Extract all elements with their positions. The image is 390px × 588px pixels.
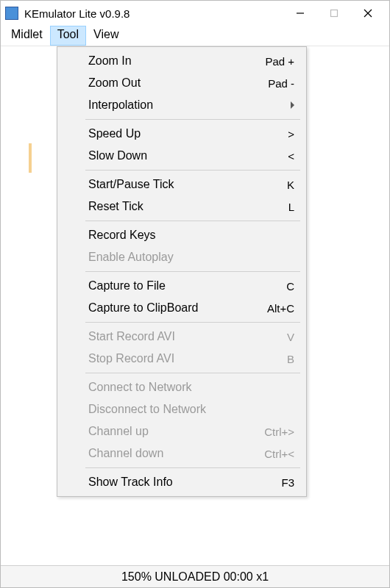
tool-dropdown: Zoom InPad +Zoom OutPad -InterpolationSp… bbox=[57, 46, 307, 497]
menu-separator bbox=[85, 170, 300, 171]
menu-item-shortcut: F3 bbox=[281, 476, 294, 489]
menu-item-label: Start Record AVI bbox=[88, 330, 287, 343]
menu-tool[interactable]: Tool bbox=[50, 26, 86, 46]
maximize-button bbox=[317, 2, 351, 24]
menu-item-capture-to-file[interactable]: Capture to FileC bbox=[59, 275, 305, 297]
menu-item-enable-autoplay: Enable Autoplay bbox=[59, 246, 305, 268]
menu-item-label: Show Track Info bbox=[88, 476, 281, 489]
menu-item-disconnect-to-network: Disconnect to Network bbox=[59, 398, 305, 420]
menu-item-interpolation[interactable]: Interpolation bbox=[59, 94, 305, 116]
menu-view[interactable]: View bbox=[86, 26, 126, 46]
menu-item-start-pause-tick[interactable]: Start/Pause TickK bbox=[59, 173, 305, 196]
menu-separator bbox=[85, 119, 300, 120]
menu-item-slow-down[interactable]: Slow Down< bbox=[59, 145, 305, 167]
maximize-icon bbox=[330, 9, 338, 18]
menu-item-label: Zoom In bbox=[88, 54, 265, 68]
menu-midlet[interactable]: Midlet bbox=[4, 26, 50, 46]
menu-item-shortcut: V bbox=[287, 331, 294, 343]
menu-item-label: Enable Autoplay bbox=[88, 251, 294, 264]
statusbar: 150% UNLOADED 00:00 x1 bbox=[1, 565, 389, 587]
menu-item-reset-tick[interactable]: Reset TickL bbox=[59, 196, 305, 218]
close-button[interactable] bbox=[351, 2, 385, 24]
menu-item-shortcut: Ctrl+< bbox=[264, 448, 294, 460]
menu-item-label: Disconnect to Network bbox=[88, 403, 294, 416]
menu-item-shortcut: L bbox=[288, 201, 294, 213]
status-text: 150% UNLOADED 00:00 x1 bbox=[121, 570, 269, 584]
menu-item-shortcut: Ctrl+> bbox=[264, 426, 294, 438]
menu-separator bbox=[85, 467, 300, 468]
menu-item-capture-to-clipboard[interactable]: Capture to ClipBoardAlt+C bbox=[59, 297, 305, 319]
menu-item-shortcut: K bbox=[287, 179, 294, 191]
menubar: Midlet Tool View bbox=[1, 26, 389, 46]
menu-item-channel-up: Channel upCtrl+> bbox=[59, 420, 305, 442]
menu-item-label: Channel up bbox=[88, 425, 264, 438]
menu-item-zoom-out[interactable]: Zoom OutPad - bbox=[59, 72, 305, 94]
menu-item-shortcut: Pad - bbox=[268, 77, 294, 90]
app-icon bbox=[5, 7, 18, 20]
menu-item-label: Capture to File bbox=[88, 279, 286, 293]
svg-rect-1 bbox=[331, 10, 338, 17]
menu-item-label: Record Keys bbox=[88, 229, 294, 242]
menu-item-label: Capture to ClipBoard bbox=[88, 301, 267, 315]
minimize-button[interactable] bbox=[283, 2, 317, 24]
menu-item-zoom-in[interactable]: Zoom InPad + bbox=[59, 50, 305, 72]
menu-item-label: Slow Down bbox=[88, 149, 288, 162]
minimize-icon bbox=[296, 9, 305, 18]
menu-item-label: Zoom Out bbox=[88, 76, 268, 90]
menu-separator bbox=[85, 322, 300, 323]
menu-item-channel-down: Channel downCtrl+< bbox=[59, 442, 305, 465]
submenu-arrow-icon bbox=[291, 101, 294, 109]
menu-item-show-track-info[interactable]: Show Track InfoF3 bbox=[59, 471, 305, 493]
menu-separator bbox=[85, 220, 300, 221]
close-icon bbox=[364, 9, 372, 18]
menu-item-start-record-avi: Start Record AVIV bbox=[59, 326, 305, 348]
menu-item-shortcut: C bbox=[286, 280, 294, 293]
background-strip bbox=[29, 143, 32, 173]
menu-item-shortcut: B bbox=[287, 353, 294, 365]
menu-item-label: Interpolation bbox=[88, 98, 286, 112]
window-title: KEmulator Lite v0.9.8 bbox=[24, 7, 283, 20]
menu-item-label: Stop Record AVI bbox=[88, 352, 287, 365]
menu-item-connect-to-network: Connect to Network bbox=[59, 376, 305, 398]
titlebar: KEmulator Lite v0.9.8 bbox=[1, 1, 389, 26]
menu-item-shortcut: Pad + bbox=[265, 55, 294, 68]
menu-item-stop-record-avi: Stop Record AVIB bbox=[59, 348, 305, 370]
menu-item-label: Reset Tick bbox=[88, 200, 288, 213]
menu-item-shortcut: < bbox=[288, 150, 294, 162]
menu-item-label: Channel down bbox=[88, 447, 264, 460]
menu-item-shortcut: > bbox=[288, 128, 294, 140]
window-controls bbox=[283, 2, 385, 24]
menu-separator bbox=[85, 373, 300, 373]
menu-item-label: Start/Pause Tick bbox=[88, 178, 287, 191]
menu-item-label: Speed Up bbox=[88, 127, 288, 140]
menu-separator bbox=[85, 271, 300, 272]
menu-item-label: Connect to Network bbox=[88, 381, 294, 394]
menu-item-record-keys[interactable]: Record Keys bbox=[59, 224, 305, 246]
menu-item-speed-up[interactable]: Speed Up> bbox=[59, 123, 305, 145]
menu-item-shortcut: Alt+C bbox=[267, 302, 294, 315]
